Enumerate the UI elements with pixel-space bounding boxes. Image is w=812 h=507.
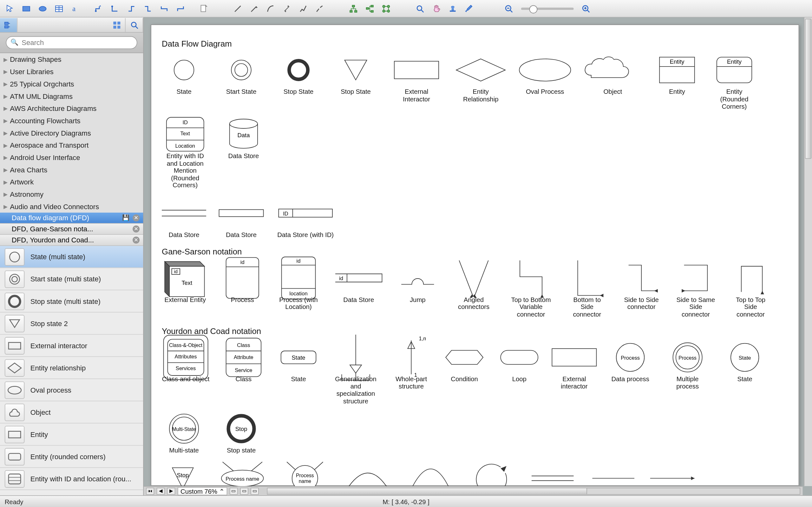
tree-item[interactable]: ▶Area Charts [0,164,143,176]
shape-cell[interactable]: Multi-StateMulti-state [162,413,206,454]
shape-list-item[interactable]: Oval process [0,379,143,401]
shape-list-item[interactable]: Entity [0,424,143,446]
save-icon[interactable]: 💾 [122,214,129,221]
page-icon[interactable] [196,2,212,15]
shape-cell[interactable]: 1,m1Whole-part structure [392,342,431,405]
zigzag-line-icon[interactable] [296,2,311,15]
shape-cell[interactable]: Condition [444,342,486,405]
table-tool-icon[interactable] [51,2,67,15]
vertical-scrollbar[interactable] [804,17,812,486]
shape-list-item[interactable]: Object [0,401,143,424]
library-tab[interactable]: DFD, Yourdon and Coad...✕ [0,235,143,246]
shape-cell[interactable]: EntityEntity [655,54,699,110]
shape-list-item[interactable]: Entity relationship [0,357,143,379]
panel-tab-grid-icon[interactable] [108,18,125,32]
zoom-out-icon[interactable] [501,2,516,15]
shape-cell[interactable]: External Interactor [391,54,442,110]
tree-item[interactable]: ▶Audio and Video Connectors [0,200,143,213]
connector6-icon[interactable] [173,2,188,15]
shape-cell[interactable]: Top to Bottom Variable connector [509,262,553,318]
arrow-line-icon[interactable] [247,2,262,15]
close-icon[interactable]: ✕ [133,226,140,233]
shape-cell[interactable]: Top to Top Side connector [729,262,772,318]
shape-list-item[interactable]: Start state (multi state) [0,268,143,290]
shape-cell[interactable]: Start State [219,54,264,110]
first-page-button[interactable]: ⏮ [146,487,154,494]
tree-item[interactable]: ▶Drawing Shapes [0,53,143,66]
tree-item[interactable]: ▶25 Typical Orgcharts [0,78,143,90]
tree-item[interactable]: ▶Artwork [0,176,143,188]
shape-cell[interactable]: Object [583,54,642,110]
shape-list-item[interactable]: Stop state 2 [0,313,143,335]
bidir-line-icon[interactable] [279,2,294,15]
shape-cell[interactable]: StateState [277,342,320,405]
shape-cell[interactable]: idlocationProcess (with Location) [276,262,321,318]
pen-tool-icon[interactable] [461,2,477,15]
library-tab[interactable]: Data flow diagram (DFD)💾✕ [0,213,143,224]
shape-cell[interactable]: ProcessData process [608,342,653,405]
shape-cell[interactable]: idData Store [334,262,384,318]
tree-item[interactable]: ▶Astronomy [0,188,143,201]
shape-cell[interactable]: Angled connectors [452,262,496,318]
zoom-in-icon[interactable] [578,2,594,15]
zoom-region-icon[interactable] [412,2,427,15]
rectangle-tool-icon[interactable] [19,2,34,15]
shape-cell[interactable]: ProcessMultiple process [665,342,710,405]
curve-line-icon[interactable] [263,2,278,15]
canvas-area[interactable]: Data Flow Diagram StateStart StateStop S… [144,17,812,495]
shape-cell[interactable]: StateState [722,342,767,405]
panel-tab-libraries-icon[interactable] [0,18,17,32]
tree-item[interactable]: ▶Android User Interface [0,151,143,164]
text-tool-icon[interactable]: a [68,2,83,15]
shape-cell[interactable]: EntityEntity (Rounded Corners) [712,54,757,110]
shape-cell[interactable]: Bottom to Side connector [566,262,608,318]
shape-cell[interactable]: Data Store [219,198,264,239]
connector5-icon[interactable] [157,2,172,15]
view-mode2-icon[interactable]: ▭ [240,487,248,494]
shape-cell[interactable]: Stop State [334,54,378,110]
zoom-combo[interactable]: Custom 76% ⌃ [177,487,227,495]
tree-item[interactable]: ▶User Libraries [0,65,143,78]
ellipse-tool-icon[interactable] [35,2,50,15]
shape-list-item[interactable]: Stop state (multi state) [0,290,143,313]
shape-cell[interactable]: Entity Relationship [455,54,507,110]
shape-list-item[interactable]: Entity with ID and location (rou... [0,468,143,490]
tree3-icon[interactable] [378,2,394,15]
shape-cell[interactable]: StopStop state [219,413,264,454]
shape-cell[interactable]: Side to Side connector [621,262,662,318]
shape-cell[interactable]: Jump [397,262,439,318]
tree-item[interactable]: ▶ATM UML Diagrams [0,90,143,102]
view-mode1-icon[interactable]: ▭ [230,487,238,494]
shape-cell[interactable]: idProcess [221,262,264,318]
shape-cell[interactable]: Class-&-ObjectAttributesServicesClass an… [162,342,210,405]
hand-tool-icon[interactable] [429,2,444,15]
shape-list-item[interactable]: State (multi state) [0,246,143,268]
connector3-icon[interactable] [124,2,139,15]
library-tab[interactable]: DFD, Gane-Sarson nota...✕ [0,224,143,235]
prev-page-button[interactable]: ◀ [157,487,165,494]
tree1-icon[interactable] [346,2,361,15]
connector1-icon[interactable] [91,2,106,15]
close-icon[interactable]: ✕ [133,237,140,244]
shape-cell[interactable]: IDTextLocationEntity with ID and Locatio… [162,118,208,189]
shape-cell[interactable]: IDData Store (with ID) [276,198,335,239]
tree-item[interactable]: ▶Active Directory Diagrams [0,127,143,139]
shape-cell[interactable]: idTextExternal Entity [162,262,208,318]
tree-item[interactable]: ▶Aerospace and Transport [0,139,143,152]
next-page-button[interactable]: ▶ [167,487,175,494]
tree-item[interactable]: ▶Accounting Flowcharts [0,114,143,127]
shape-cell[interactable]: ClassAttributeServiceClass [223,342,265,405]
pointer-tool-icon[interactable] [2,2,17,15]
horizontal-scrollbar[interactable] [267,487,800,494]
panel-tab-search-icon[interactable] [125,18,143,32]
view-mode3-icon[interactable]: ▭ [251,487,259,494]
shape-cell[interactable]: Loop [498,342,541,405]
shape-list-item[interactable]: External interactor [0,335,143,357]
shape-cell[interactable]: Stop State [276,54,321,110]
close-icon[interactable]: ✕ [133,214,140,221]
tree-item[interactable]: ▶AWS Architecture Diagrams [0,102,143,115]
stamp-tool-icon[interactable] [445,2,460,15]
shape-cell[interactable]: DataData Store [221,118,266,189]
shape-cell[interactable]: Side to Same Side connector [675,262,717,318]
shape-cell[interactable]: Oval Process [519,54,571,110]
